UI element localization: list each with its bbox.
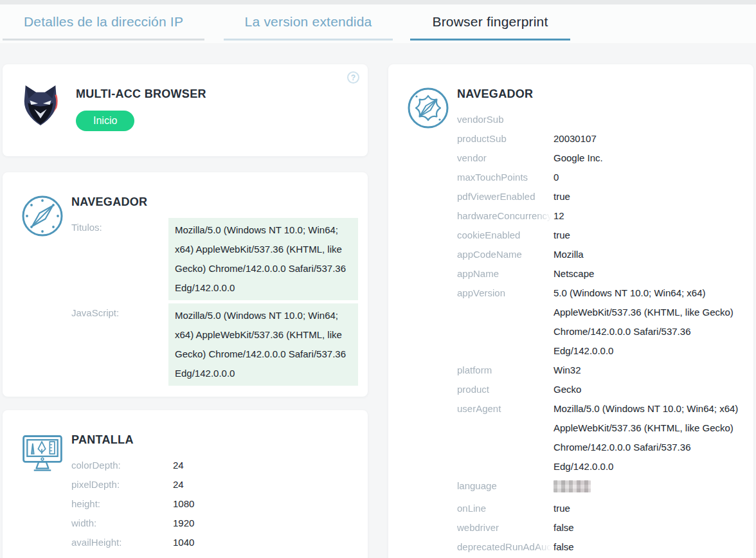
property-row: deprecatedRunAdAuctionEnforcesKAnonymity… — [457, 537, 744, 557]
property-row: cookieEnabled true — [457, 226, 744, 245]
property-row: appCodeName Mozilla — [457, 245, 744, 264]
property-label: Titulos: — [71, 218, 168, 237]
brand-title: MULTI-ACC BROWSER — [76, 87, 206, 101]
property-label: pdfViewerEnabled — [457, 187, 554, 206]
property-value: Google Inc. — [554, 148, 744, 168]
property-value: 1040 — [173, 533, 358, 552]
property-value: false — [554, 518, 744, 537]
property-row: language — [457, 476, 744, 499]
start-button[interactable]: Inicio — [76, 111, 134, 131]
property-row: productSub 20030107 — [457, 129, 744, 148]
property-value: Mozilla/5.0 (Windows NT 10.0; Win64; x64… — [168, 303, 358, 386]
property-label: platform — [457, 361, 554, 380]
property-list: Titulos: Mozilla/5.0 (Windows NT 10.0; W… — [71, 218, 358, 386]
property-row: Titulos: Mozilla/5.0 (Windows NT 10.0; W… — [71, 218, 358, 300]
property-label: JavaScript: — [71, 303, 168, 323]
property-value: Mozilla/5.0 (Windows NT 10.0; Win64; x64… — [554, 399, 744, 476]
property-row: availHeight: 1040 — [71, 533, 358, 552]
property-label: hardwareConcurrency — [457, 206, 554, 226]
property-row: userAgent Mozilla/5.0 (Windows NT 10.0; … — [457, 399, 744, 476]
property-row: maxTouchPoints 0 — [457, 168, 744, 187]
property-value: 1080 — [173, 494, 358, 514]
property-label: width: — [71, 514, 173, 533]
property-label: webdriver — [457, 518, 554, 537]
property-label: cookieEnabled — [457, 226, 554, 245]
monitor-design-icon — [19, 431, 66, 477]
property-row: pdfViewerEnabled true — [457, 187, 744, 206]
property-row: hardwareConcurrency 12 — [457, 206, 744, 226]
property-label: deprecatedRunAdAuctionEnforcesKAnonymity — [457, 537, 554, 557]
screen-card: PANTALLA colorDepth: 24 pixelDepth: 24 h… — [3, 410, 368, 558]
property-label: maxTouchPoints — [457, 168, 554, 187]
tab-bar: Detalles de la dirección IP La version e… — [0, 4, 756, 43]
property-value: 12 — [554, 206, 744, 226]
property-value — [554, 110, 744, 129]
property-row: JavaScript: Mozilla/5.0 (Windows NT 10.0… — [71, 303, 358, 386]
property-row: webdriver false — [457, 518, 744, 537]
property-label: appCodeName — [457, 245, 554, 264]
property-list: vendorSub productSub 20030107 vendor Goo… — [457, 110, 744, 557]
property-value: 24 — [173, 475, 358, 494]
top-strip — [0, 0, 756, 4]
property-value: true — [554, 226, 744, 245]
property-label: vendorSub — [457, 110, 554, 129]
property-value: true — [554, 187, 744, 206]
card-title: NAVEGADOR — [71, 195, 358, 209]
tab-browser-fingerprint[interactable]: Browser fingerprint — [410, 4, 570, 40]
property-label: vendor — [457, 148, 554, 168]
help-icon[interactable]: ? — [347, 71, 359, 84]
property-value: Mozilla/5.0 (Windows NT 10.0; Win64; x64… — [168, 218, 358, 300]
property-value: false — [554, 537, 744, 557]
property-value: Netscape — [554, 264, 744, 284]
property-row: onLine true — [457, 499, 744, 518]
property-row: vendor Google Inc. — [457, 148, 744, 168]
property-value: Win32 — [554, 361, 744, 380]
property-value: Mozilla — [554, 245, 744, 264]
property-label: pixelDepth: — [71, 475, 173, 494]
property-row: colorDepth: 24 — [71, 456, 358, 475]
property-row: appName Netscape — [457, 264, 744, 284]
property-label: appVersion — [457, 284, 554, 303]
property-label: appName — [457, 264, 554, 284]
property-value: 5.0 (Windows NT 10.0; Win64; x64) AppleW… — [554, 284, 744, 361]
navigator-properties-card: NAVEGADOR vendorSub productSub 20030107 … — [388, 64, 753, 558]
property-value: 0 — [554, 168, 744, 187]
property-label: language — [457, 476, 554, 496]
tab-extended-version[interactable]: La version extendida — [224, 4, 393, 40]
property-value: 24 — [173, 456, 358, 475]
property-row: pixelDepth: 24 — [71, 475, 358, 494]
property-row: vendorSub — [457, 110, 744, 129]
compass-rose-icon — [405, 85, 451, 131]
property-label: onLine — [457, 499, 554, 518]
property-value: true — [554, 499, 744, 518]
redacted-value-blur — [554, 480, 591, 492]
property-label: userAgent — [457, 399, 554, 419]
property-value: Gecko — [554, 380, 744, 399]
property-label: height: — [71, 494, 173, 514]
property-value: 1920 — [173, 514, 358, 533]
property-value — [554, 476, 744, 499]
property-label: product — [457, 380, 554, 399]
card-title: NAVEGADOR — [457, 87, 744, 101]
card-title: PANTALLA — [71, 433, 358, 447]
property-label: colorDepth: — [71, 456, 173, 475]
compass-icon — [19, 193, 66, 239]
tab-ip-details[interactable]: Detalles de la dirección IP — [3, 4, 204, 40]
wolf-logo-icon — [19, 82, 62, 127]
property-row: height: 1080 — [71, 494, 358, 514]
property-list: colorDepth: 24 pixelDepth: 24 height: 10… — [71, 456, 358, 552]
property-label: productSub — [457, 129, 554, 148]
property-label: availHeight: — [71, 533, 173, 552]
brand-card: MULTI-ACC BROWSER Inicio ? — [3, 64, 368, 156]
property-row: width: 1920 — [71, 514, 358, 533]
property-row: product Gecko — [457, 380, 744, 399]
property-row: appVersion 5.0 (Windows NT 10.0; Win64; … — [457, 284, 744, 361]
property-value: 20030107 — [554, 129, 744, 148]
property-row: platform Win32 — [457, 361, 744, 380]
browser-useragent-card: NAVEGADOR Titulos: Mozilla/5.0 (Windows … — [3, 172, 368, 397]
